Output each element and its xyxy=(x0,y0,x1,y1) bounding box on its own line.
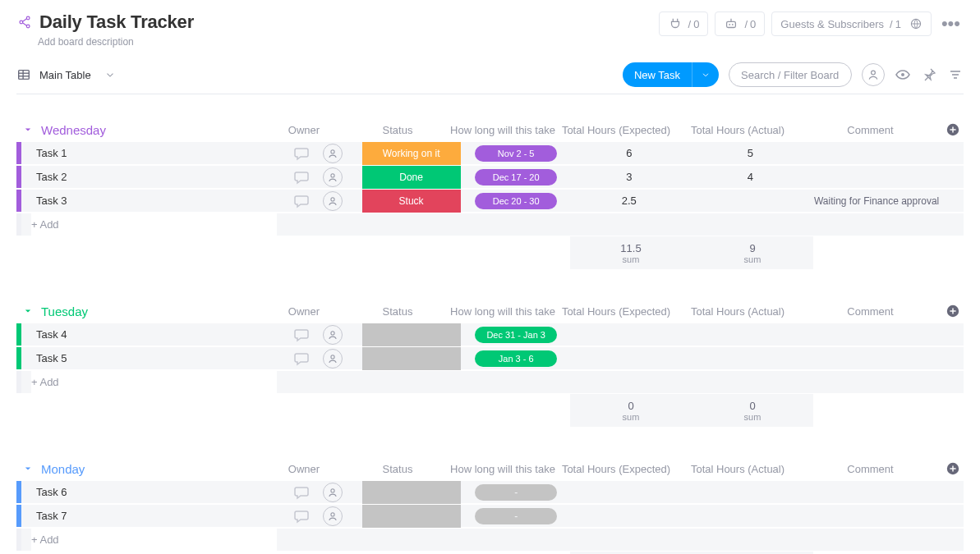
share-icon[interactable] xyxy=(16,14,33,30)
column-header-hours-actual[interactable]: Total Hours (Actual) xyxy=(677,300,798,323)
table-row[interactable]: Task 7 - xyxy=(16,505,964,528)
task-name[interactable]: Task 4 xyxy=(36,328,67,341)
owner-cell[interactable] xyxy=(323,483,343,502)
owner-cell[interactable] xyxy=(323,191,343,211)
column-header-hours-actual[interactable]: Total Hours (Actual) xyxy=(677,118,798,141)
conversation-button[interactable] xyxy=(293,508,310,524)
guests-button[interactable]: Guests & Subscribers 1 xyxy=(771,11,932,36)
status-cell[interactable] xyxy=(362,323,461,346)
conversation-button[interactable] xyxy=(293,350,310,367)
comment-cell[interactable] xyxy=(811,505,942,527)
table-row[interactable]: Task 5 Jan 3 - 6 xyxy=(16,347,964,370)
column-header-comment[interactable]: Comment xyxy=(798,457,942,480)
comment-cell[interactable] xyxy=(811,142,942,164)
owner-cell[interactable] xyxy=(323,325,343,345)
hours-expected-cell[interactable]: 2.5 xyxy=(568,190,690,212)
group-name[interactable]: Tuesday xyxy=(41,304,88,318)
column-header-timeline[interactable]: How long will this take xyxy=(450,300,555,323)
timeline-cell[interactable]: - xyxy=(475,508,557,524)
owner-cell[interactable] xyxy=(323,349,343,369)
hours-actual-cell[interactable] xyxy=(690,347,812,369)
timeline-cell[interactable]: - xyxy=(475,484,557,501)
timeline-cell[interactable]: Jan 3 - 6 xyxy=(475,350,557,367)
status-cell[interactable] xyxy=(362,505,461,528)
conversation-button[interactable] xyxy=(293,327,310,343)
column-header-timeline[interactable]: How long will this take xyxy=(450,118,555,141)
column-header-owner[interactable]: Owner xyxy=(263,118,345,141)
timeline-cell[interactable]: Dec 17 - 20 xyxy=(475,169,557,185)
integrations-button[interactable]: 0 xyxy=(659,11,709,36)
task-name[interactable]: Task 5 xyxy=(36,352,67,364)
group-name[interactable]: Wednesday xyxy=(41,123,106,137)
conversation-button[interactable] xyxy=(293,193,310,209)
board-menu-button[interactable]: ••• xyxy=(938,13,964,34)
hours-actual-cell[interactable] xyxy=(690,323,812,346)
hours-expected-cell[interactable]: 3 xyxy=(568,166,690,188)
table-row[interactable]: Task 4 Dec 31 - Jan 3 xyxy=(16,323,964,346)
status-cell[interactable] xyxy=(362,347,461,370)
timeline-cell[interactable]: Dec 31 - Jan 3 xyxy=(475,327,557,343)
owner-cell[interactable] xyxy=(323,144,343,163)
conversation-button[interactable] xyxy=(293,169,310,185)
status-cell[interactable] xyxy=(362,481,461,504)
new-task-button[interactable]: New Task xyxy=(623,62,719,87)
column-header-status[interactable]: Status xyxy=(345,300,450,323)
owner-cell[interactable] xyxy=(323,167,343,187)
hours-expected-cell[interactable] xyxy=(568,347,690,369)
automations-button[interactable]: 0 xyxy=(715,11,765,36)
table-row[interactable]: Task 3 Stuck Dec 20 - 30 2.5 Waiting for… xyxy=(16,190,964,213)
hours-actual-cell[interactable]: 4 xyxy=(690,166,812,188)
person-filter-button[interactable] xyxy=(862,63,885,86)
group-name[interactable]: Monday xyxy=(41,462,85,476)
column-header-owner[interactable]: Owner xyxy=(263,300,345,323)
column-header-hours-expected[interactable]: Total Hours (Expected) xyxy=(555,457,677,480)
add-column-button[interactable] xyxy=(942,300,964,323)
group-collapse-toggle[interactable] xyxy=(21,304,35,318)
hide-columns-button[interactable] xyxy=(895,66,911,83)
search-input[interactable]: Search / Filter Board xyxy=(729,62,852,87)
column-header-hours-expected[interactable]: Total Hours (Expected) xyxy=(555,300,677,323)
add-column-button[interactable] xyxy=(942,118,964,141)
task-name[interactable]: Task 2 xyxy=(36,171,67,183)
task-name[interactable]: Task 6 xyxy=(36,486,67,498)
group-collapse-toggle[interactable] xyxy=(21,123,35,136)
table-row[interactable]: Task 2 Done Dec 17 - 20 3 4 xyxy=(16,166,964,189)
column-header-comment[interactable]: Comment xyxy=(798,118,942,141)
hours-expected-cell[interactable] xyxy=(568,505,690,527)
task-name[interactable]: Task 3 xyxy=(36,195,67,207)
column-header-hours-expected[interactable]: Total Hours (Expected) xyxy=(555,118,677,141)
hours-actual-cell[interactable] xyxy=(690,190,812,212)
conversation-button[interactable] xyxy=(293,484,310,501)
column-header-owner[interactable]: Owner xyxy=(263,457,345,480)
add-column-button[interactable] xyxy=(942,457,964,480)
column-header-timeline[interactable]: How long will this take xyxy=(450,457,555,480)
timeline-cell[interactable]: Dec 20 - 30 xyxy=(475,193,557,209)
owner-cell[interactable] xyxy=(323,506,343,526)
pin-button[interactable] xyxy=(921,66,937,83)
task-name[interactable]: Task 1 xyxy=(36,147,67,159)
hours-expected-cell[interactable] xyxy=(568,323,690,346)
view-selector[interactable]: Main Table xyxy=(39,69,91,81)
comment-cell[interactable] xyxy=(811,166,942,188)
timeline-cell[interactable]: Nov 2 - 5 xyxy=(475,145,557,162)
add-task-button[interactable]: + Add xyxy=(31,213,277,236)
new-task-dropdown[interactable] xyxy=(692,62,719,87)
task-name[interactable]: Task 7 xyxy=(36,510,67,522)
hours-actual-cell[interactable] xyxy=(690,481,812,503)
add-task-button[interactable]: + Add xyxy=(31,371,277,393)
column-header-status[interactable]: Status xyxy=(345,457,450,480)
column-header-hours-actual[interactable]: Total Hours (Actual) xyxy=(677,457,798,480)
add-task-button[interactable]: + Add xyxy=(31,529,277,551)
comment-cell[interactable]: Waiting for Finance approval xyxy=(811,190,942,212)
hours-expected-cell[interactable]: 6 xyxy=(568,142,690,164)
column-header-status[interactable]: Status xyxy=(345,118,450,141)
chevron-down-icon[interactable] xyxy=(104,69,116,80)
comment-cell[interactable] xyxy=(811,481,942,503)
column-header-comment[interactable]: Comment xyxy=(798,300,942,323)
board-description[interactable]: Add board description xyxy=(38,36,194,48)
filter-button[interactable] xyxy=(947,66,964,83)
group-collapse-toggle[interactable] xyxy=(21,462,35,475)
hours-actual-cell[interactable]: 5 xyxy=(690,142,812,164)
comment-cell[interactable] xyxy=(811,347,942,369)
hours-actual-cell[interactable] xyxy=(690,505,812,527)
